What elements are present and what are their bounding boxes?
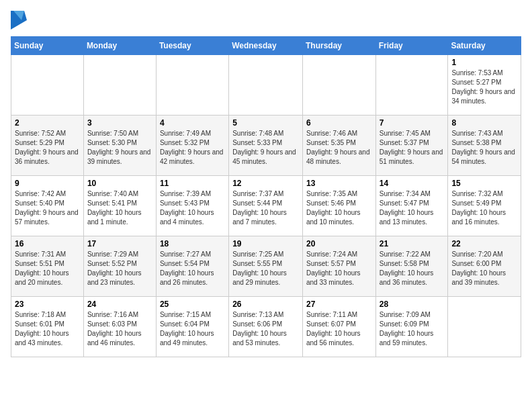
calendar-cell: 12Sunrise: 7:37 AM Sunset: 5:44 PM Dayli… [229, 176, 303, 236]
calendar-header-tuesday: Tuesday [156, 37, 228, 55]
day-info: Sunrise: 7:11 AM Sunset: 6:07 PM Dayligh… [306, 310, 372, 348]
day-number: 24 [87, 300, 152, 309]
day-number: 13 [306, 179, 372, 188]
day-info: Sunrise: 7:43 AM Sunset: 5:38 PM Dayligh… [451, 129, 517, 167]
calendar-cell: 3Sunrise: 7:50 AM Sunset: 5:30 PM Daylig… [83, 116, 156, 176]
day-number: 6 [306, 118, 372, 128]
calendar-cell [448, 297, 521, 357]
day-number: 19 [232, 239, 299, 248]
day-info: Sunrise: 7:46 AM Sunset: 5:35 PM Dayligh… [306, 129, 372, 167]
calendar-cell: 21Sunrise: 7:22 AM Sunset: 5:58 PM Dayli… [375, 236, 448, 297]
calendar-header-thursday: Thursday [302, 37, 375, 55]
calendar-week-row: 23Sunrise: 7:18 AM Sunset: 6:01 PM Dayli… [11, 297, 521, 357]
day-number: 14 [380, 179, 445, 188]
page-header [11, 11, 521, 30]
calendar-week-row: 9Sunrise: 7:42 AM Sunset: 5:40 PM Daylig… [11, 176, 521, 236]
calendar-cell: 23Sunrise: 7:18 AM Sunset: 6:01 PM Dayli… [11, 297, 84, 357]
calendar-cell: 19Sunrise: 7:25 AM Sunset: 5:55 PM Dayli… [229, 236, 303, 297]
calendar-cell [83, 55, 156, 116]
calendar-cell: 11Sunrise: 7:39 AM Sunset: 5:43 PM Dayli… [156, 176, 228, 236]
calendar-cell: 1Sunrise: 7:53 AM Sunset: 5:27 PM Daylig… [448, 55, 521, 116]
calendar-week-row: 16Sunrise: 7:31 AM Sunset: 5:51 PM Dayli… [11, 236, 521, 297]
day-info: Sunrise: 7:16 AM Sunset: 6:03 PM Dayligh… [87, 310, 152, 348]
calendar-cell: 5Sunrise: 7:48 AM Sunset: 5:33 PM Daylig… [229, 116, 303, 176]
day-info: Sunrise: 7:18 AM Sunset: 6:01 PM Dayligh… [15, 310, 80, 348]
calendar-cell: 2Sunrise: 7:52 AM Sunset: 5:29 PM Daylig… [11, 116, 84, 176]
day-number: 17 [87, 239, 152, 248]
calendar-cell: 14Sunrise: 7:34 AM Sunset: 5:47 PM Dayli… [375, 176, 448, 236]
calendar-header-friday: Friday [375, 37, 448, 55]
calendar-cell [229, 55, 303, 116]
day-info: Sunrise: 7:52 AM Sunset: 5:29 PM Dayligh… [15, 129, 80, 167]
calendar-cell: 27Sunrise: 7:11 AM Sunset: 6:07 PM Dayli… [302, 297, 375, 357]
day-info: Sunrise: 7:20 AM Sunset: 6:00 PM Dayligh… [451, 250, 517, 287]
calendar-cell: 7Sunrise: 7:45 AM Sunset: 5:37 PM Daylig… [375, 116, 448, 176]
calendar-week-row: 2Sunrise: 7:52 AM Sunset: 5:29 PM Daylig… [11, 116, 521, 176]
day-info: Sunrise: 7:45 AM Sunset: 5:37 PM Dayligh… [380, 129, 445, 167]
day-number: 21 [380, 239, 445, 248]
day-number: 23 [15, 300, 80, 309]
day-number: 15 [451, 179, 517, 188]
calendar-cell: 15Sunrise: 7:32 AM Sunset: 5:49 PM Dayli… [448, 176, 521, 236]
day-info: Sunrise: 7:22 AM Sunset: 5:58 PM Dayligh… [380, 250, 445, 287]
day-info: Sunrise: 7:31 AM Sunset: 5:51 PM Dayligh… [15, 250, 80, 287]
calendar-header-sunday: Sunday [11, 37, 84, 55]
calendar-cell [302, 55, 375, 116]
day-info: Sunrise: 7:50 AM Sunset: 5:30 PM Dayligh… [87, 129, 152, 167]
day-number: 5 [232, 118, 299, 128]
calendar-cell: 25Sunrise: 7:15 AM Sunset: 6:04 PM Dayli… [156, 297, 228, 357]
calendar-table: SundayMondayTuesdayWednesdayThursdayFrid… [11, 36, 521, 357]
day-number: 7 [380, 118, 445, 128]
calendar-cell: 24Sunrise: 7:16 AM Sunset: 6:03 PM Dayli… [83, 297, 156, 357]
day-info: Sunrise: 7:48 AM Sunset: 5:33 PM Dayligh… [232, 129, 299, 167]
calendar-cell: 17Sunrise: 7:29 AM Sunset: 5:52 PM Dayli… [83, 236, 156, 297]
calendar-header-saturday: Saturday [448, 37, 521, 55]
calendar-cell: 6Sunrise: 7:46 AM Sunset: 5:35 PM Daylig… [302, 116, 375, 176]
day-number: 4 [160, 118, 225, 128]
calendar-cell [156, 55, 228, 116]
logo [11, 11, 30, 30]
day-number: 10 [87, 179, 152, 188]
calendar-cell: 26Sunrise: 7:13 AM Sunset: 6:06 PM Dayli… [229, 297, 303, 357]
calendar-cell: 28Sunrise: 7:09 AM Sunset: 6:09 PM Dayli… [375, 297, 448, 357]
day-info: Sunrise: 7:13 AM Sunset: 6:06 PM Dayligh… [232, 310, 299, 348]
calendar-cell: 20Sunrise: 7:24 AM Sunset: 5:57 PM Dayli… [302, 236, 375, 297]
calendar-cell [11, 55, 84, 116]
day-info: Sunrise: 7:27 AM Sunset: 5:54 PM Dayligh… [160, 250, 225, 287]
day-number: 28 [380, 300, 445, 309]
calendar-cell: 16Sunrise: 7:31 AM Sunset: 5:51 PM Dayli… [11, 236, 84, 297]
day-number: 20 [306, 239, 372, 248]
calendar-cell: 22Sunrise: 7:20 AM Sunset: 6:00 PM Dayli… [448, 236, 521, 297]
calendar-cell [375, 55, 448, 116]
calendar-cell: 4Sunrise: 7:49 AM Sunset: 5:32 PM Daylig… [156, 116, 228, 176]
calendar-cell: 9Sunrise: 7:42 AM Sunset: 5:40 PM Daylig… [11, 176, 84, 236]
day-number: 9 [15, 179, 80, 188]
day-info: Sunrise: 7:42 AM Sunset: 5:40 PM Dayligh… [15, 189, 80, 227]
calendar-cell: 8Sunrise: 7:43 AM Sunset: 5:38 PM Daylig… [448, 116, 521, 176]
calendar-header-monday: Monday [83, 37, 156, 55]
day-info: Sunrise: 7:39 AM Sunset: 5:43 PM Dayligh… [160, 189, 225, 227]
day-number: 12 [232, 179, 299, 188]
calendar-cell: 10Sunrise: 7:40 AM Sunset: 5:41 PM Dayli… [83, 176, 156, 236]
day-number: 16 [15, 239, 80, 248]
calendar-week-row: 1Sunrise: 7:53 AM Sunset: 5:27 PM Daylig… [11, 55, 521, 116]
day-info: Sunrise: 7:49 AM Sunset: 5:32 PM Dayligh… [160, 129, 225, 167]
day-info: Sunrise: 7:24 AM Sunset: 5:57 PM Dayligh… [306, 250, 372, 287]
day-info: Sunrise: 7:35 AM Sunset: 5:46 PM Dayligh… [306, 189, 372, 227]
calendar-header-wednesday: Wednesday [229, 37, 303, 55]
calendar-cell: 18Sunrise: 7:27 AM Sunset: 5:54 PM Dayli… [156, 236, 228, 297]
day-info: Sunrise: 7:15 AM Sunset: 6:04 PM Dayligh… [160, 310, 225, 348]
day-number: 8 [451, 118, 517, 128]
day-info: Sunrise: 7:25 AM Sunset: 5:55 PM Dayligh… [232, 250, 299, 287]
calendar-cell: 13Sunrise: 7:35 AM Sunset: 5:46 PM Dayli… [302, 176, 375, 236]
day-info: Sunrise: 7:37 AM Sunset: 5:44 PM Dayligh… [232, 189, 299, 227]
day-info: Sunrise: 7:40 AM Sunset: 5:41 PM Dayligh… [87, 189, 152, 227]
day-number: 11 [160, 179, 225, 188]
day-number: 18 [160, 239, 225, 248]
logo-icon [11, 11, 27, 30]
day-number: 25 [160, 300, 225, 309]
day-info: Sunrise: 7:32 AM Sunset: 5:49 PM Dayligh… [451, 189, 517, 227]
day-number: 2 [15, 118, 80, 128]
day-number: 3 [87, 118, 152, 128]
day-info: Sunrise: 7:53 AM Sunset: 5:27 PM Dayligh… [451, 68, 517, 106]
